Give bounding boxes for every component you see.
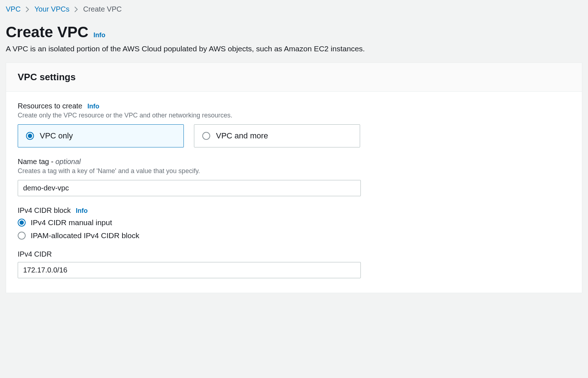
- name-tag-desc: Creates a tag with a key of 'Name' and a…: [18, 167, 570, 175]
- resources-to-create-label: Resources to create: [18, 102, 82, 110]
- tile-vpc-and-more[interactable]: VPC and more: [194, 124, 360, 147]
- ipv4-cidr-input[interactable]: [18, 262, 361, 278]
- tile-vpc-only-label: VPC only: [40, 131, 73, 141]
- chevron-right-icon: [74, 7, 78, 12]
- field-name-tag: Name tag - optional Creates a tag with a…: [18, 158, 570, 196]
- breadcrumb-link-vpc[interactable]: VPC: [6, 5, 21, 13]
- field-ipv4-cidr-block: IPv4 CIDR block Info IPv4 CIDR manual in…: [18, 206, 570, 240]
- name-tag-label: Name tag - optional: [18, 158, 81, 166]
- radio-icon: [18, 232, 26, 240]
- radio-ipam-allocated[interactable]: IPAM-allocated IPv4 CIDR block: [18, 231, 570, 240]
- page-subtitle: A VPC is an isolated portion of the AWS …: [6, 44, 582, 53]
- resources-to-create-desc: Create only the VPC resource or the VPC …: [18, 112, 570, 119]
- field-ipv4-cidr: IPv4 CIDR: [18, 250, 570, 278]
- radio-icon: [18, 219, 26, 227]
- name-tag-input[interactable]: [18, 180, 361, 196]
- radio-ipam-allocated-label: IPAM-allocated IPv4 CIDR block: [31, 231, 139, 240]
- ipv4-cidr-label: IPv4 CIDR: [18, 250, 52, 258]
- radio-icon: [202, 132, 210, 140]
- radio-ipv4-manual-label: IPv4 CIDR manual input: [31, 218, 112, 227]
- info-link-ipv4-cidr-block[interactable]: Info: [76, 207, 88, 215]
- breadcrumb-link-your-vpcs[interactable]: Your VPCs: [34, 5, 69, 13]
- name-tag-optional: optional: [55, 158, 81, 166]
- panel-title: VPC settings: [18, 72, 570, 83]
- vpc-settings-panel: VPC settings Resources to create Info Cr…: [6, 63, 582, 293]
- tile-vpc-and-more-label: VPC and more: [216, 131, 268, 141]
- chevron-right-icon: [26, 7, 29, 12]
- name-tag-label-text: Name tag -: [18, 158, 55, 166]
- field-resources-to-create: Resources to create Info Create only the…: [18, 102, 570, 147]
- radio-icon: [26, 132, 34, 140]
- ipv4-cidr-block-label: IPv4 CIDR block: [18, 206, 71, 215]
- tile-vpc-only[interactable]: VPC only: [18, 124, 184, 147]
- info-link-page[interactable]: Info: [94, 31, 105, 39]
- breadcrumb-current: Create VPC: [83, 5, 122, 13]
- breadcrumb: VPC Your VPCs Create VPC: [6, 5, 582, 13]
- page-title: Create VPC: [6, 23, 88, 41]
- info-link-resources[interactable]: Info: [87, 103, 99, 110]
- panel-header: VPC settings: [6, 63, 582, 92]
- radio-ipv4-manual-input[interactable]: IPv4 CIDR manual input: [18, 218, 570, 227]
